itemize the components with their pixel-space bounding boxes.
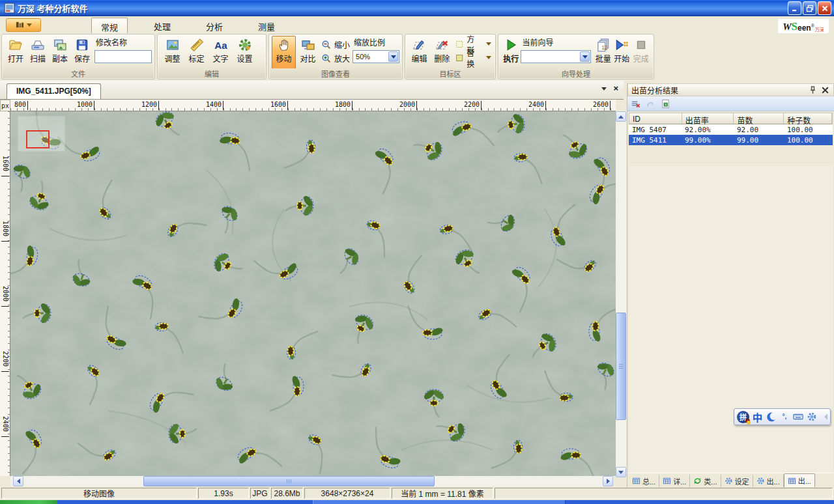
batch-button[interactable]: 12批量 [594, 36, 612, 69]
text-icon: Aa [214, 38, 228, 52]
rename-input[interactable] [94, 50, 152, 63]
document-tab-bar: IMG_5411.JPG[50%] × [0, 81, 624, 100]
start-button-sliver[interactable] [0, 500, 57, 504]
panel-tab-label: 出... [767, 476, 780, 486]
wseen-logo: WSeen®万深 [778, 19, 829, 33]
excel-export-icon[interactable]: X [661, 99, 670, 109]
table-cell: 100.00 [784, 135, 832, 145]
vertical-scroll-thumb[interactable] [616, 313, 626, 420]
adjust-button[interactable]: 调整 [160, 36, 184, 69]
dropdown-arrow-icon[interactable] [486, 42, 491, 46]
column-header-3[interactable]: 苗数 [734, 113, 784, 124]
grid-icon [16, 21, 24, 29]
restore-button[interactable] [803, 1, 816, 15]
scroll-right-button[interactable] [603, 476, 613, 486]
title-bar[interactable]: 万深 考种分析软件 [0, 0, 834, 16]
edit-region-button[interactable]: 编辑 [408, 36, 431, 69]
ribbon-tab-2[interactable]: 处理 [145, 18, 180, 33]
delete-row-icon[interactable] [631, 99, 640, 109]
panel-tab-5[interactable]: 出... [753, 475, 784, 487]
ruler-icon [190, 38, 204, 52]
run-button[interactable]: 执行 [501, 36, 521, 69]
panel-tab-6[interactable]: 出... [784, 473, 815, 487]
delete-region-button[interactable]: 删除 [431, 36, 453, 69]
picture-icon [165, 38, 180, 52]
results-bottom-tabs: 总...详...类...设定出...出... [627, 473, 834, 487]
status-segment-7 [495, 488, 833, 499]
dropdown-arrow-icon[interactable] [486, 56, 491, 59]
table-row[interactable]: IMG 540792.00%92.00100.00 [629, 124, 833, 135]
pin-icon[interactable] [808, 85, 818, 95]
zoom-out-button[interactable]: 缩小 [320, 38, 351, 51]
save-button[interactable]: 保存 [71, 36, 93, 69]
results-list-area[interactable] [629, 166, 833, 473]
calibrate-button[interactable]: 标定 [184, 36, 208, 69]
panel-tab-2[interactable]: 详... [659, 475, 690, 487]
close-button[interactable] [818, 1, 831, 15]
duplicate-button[interactable]: 副本 [49, 36, 71, 69]
ime-logo[interactable]: 拼 [737, 411, 749, 423]
horizontal-scrollbar[interactable] [10, 476, 613, 486]
table-cell: 99.00 [734, 135, 784, 145]
table-icon [632, 477, 640, 485]
ime-collapse-arrow-icon[interactable] [821, 413, 827, 420]
app-window: { "window": { "title": "万深 考种分析软件", "bra… [0, 0, 834, 504]
panel-tab-1[interactable]: 总... [629, 475, 659, 487]
scroll-down-button[interactable] [616, 467, 626, 477]
close-document-icon[interactable]: × [613, 85, 618, 92]
ribbon-tab-3[interactable]: 分析 [197, 18, 232, 33]
panel-tab-label: 总... [642, 476, 655, 486]
tab-list-arrow-icon[interactable] [601, 87, 607, 91]
minimize-button[interactable] [788, 1, 801, 15]
dropdown-arrow-icon[interactable] [580, 51, 590, 62]
ime-toolbar[interactable]: 拼中°, [734, 408, 831, 425]
group-label-edit: 编辑 [158, 68, 265, 78]
h-ruler-label: 2200 [461, 101, 483, 108]
close-panel-icon[interactable] [820, 85, 830, 95]
moon-icon[interactable] [766, 412, 776, 422]
column-header-2[interactable]: 出苗率 [682, 113, 734, 124]
app-menu-button[interactable] [6, 18, 41, 32]
current-wizard-select[interactable] [521, 50, 591, 63]
zoom-in-button[interactable]: 放大 [320, 52, 351, 64]
move-button[interactable]: 移动 [272, 36, 296, 69]
keyboard-icon[interactable] [793, 412, 803, 422]
task-button-sliver[interactable] [313, 500, 566, 504]
dropdown-arrow-icon[interactable] [388, 51, 398, 62]
app-icon [4, 3, 15, 14]
gear-icon[interactable] [807, 412, 817, 422]
compare-button[interactable]: 对比 [296, 36, 320, 69]
group-image-view: 移动 对比 缩小 放大 缩放比例 50% 图像查看 [268, 34, 403, 79]
settings-button[interactable]: 设置 [233, 36, 257, 69]
column-header-1[interactable]: ID [629, 113, 682, 124]
text-button[interactable]: Aa文字 [208, 36, 233, 69]
table-row[interactable]: IMG 541199.00%99.00100.00 [629, 135, 833, 145]
image-canvas[interactable] [10, 111, 616, 476]
document-tab[interactable]: IMG_5411.JPG[50%] [7, 83, 101, 99]
h-ruler-tick [545, 101, 546, 110]
punct-icon[interactable]: °, [779, 412, 790, 422]
status-segment-1: 移动图像 [1, 488, 197, 499]
h-ruler-tick [158, 101, 159, 110]
start-button[interactable]: 开始 [612, 36, 631, 69]
replace-button[interactable]: 替换 [453, 51, 493, 64]
undo-icon[interactable] [646, 99, 655, 109]
group-label-file: 文件 [3, 68, 154, 78]
scroll-left-button[interactable] [13, 476, 23, 486]
horizontal-scroll-thumb[interactable] [143, 476, 435, 486]
column-header-4[interactable]: 种子数 [784, 113, 832, 124]
vertical-scrollbar[interactable] [616, 111, 626, 477]
scan-button[interactable]: 扫描 [27, 36, 49, 69]
scroll-up-button[interactable] [616, 111, 626, 122]
open-button[interactable]: 打开 [5, 36, 27, 69]
ime-mode-chinese[interactable]: 中 [753, 410, 762, 424]
zoom-ratio-select[interactable]: 50% [352, 50, 399, 63]
group-label-target-area: 目标区 [406, 68, 495, 78]
panel-tab-4[interactable]: 设定 [721, 475, 753, 487]
ribbon-tab-1[interactable]: 常规 [91, 18, 128, 33]
taskbar[interactable] [0, 500, 834, 504]
panel-tab-label: 出... [798, 475, 811, 486]
finish-button[interactable]: 完成 [631, 36, 651, 69]
ribbon-tab-4[interactable]: 测量 [249, 18, 284, 33]
panel-tab-3[interactable]: 类... [690, 475, 721, 487]
